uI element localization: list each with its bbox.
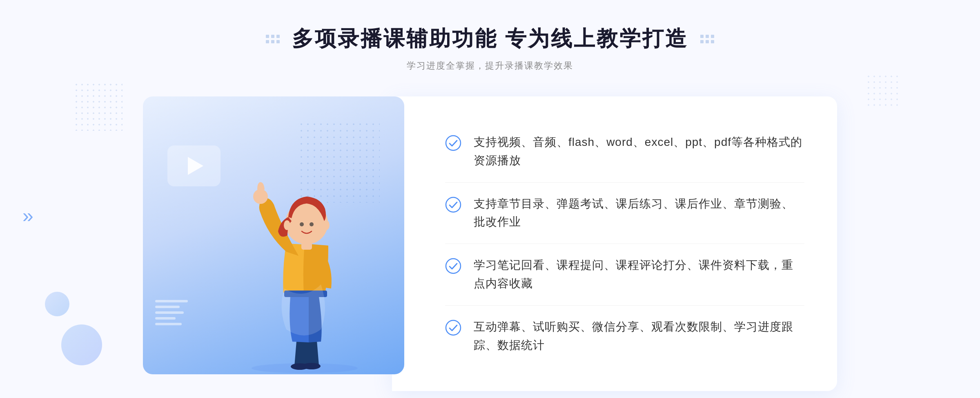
line	[155, 300, 188, 302]
check-icon-1	[445, 135, 461, 151]
svg-rect-9	[301, 241, 312, 250]
dot	[266, 35, 269, 38]
features-panel: 支持视频、音频、flash、word、excel、ppt、pdf等各种格式的资源…	[392, 96, 837, 391]
play-button-decoration	[167, 145, 220, 186]
decorative-circle-small	[45, 292, 69, 316]
dot	[706, 40, 709, 43]
feature-item-4: 互动弹幕、试听购买、微信分享、观看次数限制、学习进度跟踪、数据统计	[445, 306, 804, 367]
svg-point-14	[446, 320, 461, 335]
check-icon-4	[445, 320, 461, 336]
main-title: 多项录播课辅助功能 专为线上教学打造	[292, 25, 688, 53]
check-icon-3	[445, 258, 461, 274]
image-card-wrapper	[143, 96, 404, 391]
dot	[711, 35, 714, 38]
decorative-circle-large	[61, 324, 102, 365]
svg-point-6	[310, 222, 314, 226]
svg-point-13	[446, 259, 461, 273]
dot	[276, 40, 280, 43]
title-decorators: 多项录播课辅助功能 专为线上教学打造	[266, 25, 714, 53]
svg-point-8	[323, 220, 330, 230]
dot	[276, 35, 280, 38]
svg-point-7	[284, 220, 290, 230]
svg-point-3	[253, 189, 268, 204]
feature-text-3: 学习笔记回看、课程提问、课程评论打分、课件资料下载，重点内容收藏	[474, 256, 804, 293]
line	[155, 311, 184, 314]
feature-text-1: 支持视频、音频、flash、word、excel、ppt、pdf等各种格式的资源…	[474, 133, 804, 170]
content-area: 支持视频、音频、flash、word、excel、ppt、pdf等各种格式的资源…	[143, 96, 837, 391]
svg-point-2	[303, 363, 321, 369]
check-icon-2	[445, 197, 461, 213]
line	[155, 317, 176, 320]
dot	[700, 35, 704, 38]
title-dots-right	[700, 35, 714, 43]
dot	[711, 40, 714, 43]
svg-point-5	[300, 222, 304, 226]
decorative-dots-left	[74, 82, 122, 131]
dot	[266, 40, 269, 43]
dot	[700, 40, 704, 43]
dot	[271, 40, 274, 43]
feature-item-3: 学习笔记回看、课程提问、课程评论打分、课件资料下载，重点内容收藏	[445, 244, 804, 306]
image-card	[143, 96, 404, 374]
svg-point-12	[446, 197, 461, 212]
line	[155, 323, 182, 325]
decorative-arrow-left: »	[22, 204, 33, 227]
feature-item-2: 支持章节目录、弹题考试、课后练习、课后作业、章节测验、批改作业	[445, 183, 804, 244]
person-illustration	[227, 145, 382, 374]
line	[155, 306, 180, 308]
feature-text-2: 支持章节目录、弹题考试、课后练习、课后作业、章节测验、批改作业	[474, 195, 804, 232]
dot	[706, 35, 709, 38]
svg-point-11	[446, 136, 461, 150]
title-section: 多项录播课辅助功能 专为线上教学打造 学习进度全掌握，提升录播课教学效果	[266, 25, 714, 72]
title-dots-left	[266, 35, 280, 43]
decorative-dots-right	[866, 74, 898, 106]
dot	[271, 35, 274, 38]
card-decorative-lines	[155, 300, 188, 325]
page-container: » 多项录播课辅助功能 专为线上教学打造 学习进度全掌握，提升	[0, 0, 980, 398]
play-triangle-icon	[188, 157, 203, 175]
subtitle: 学习进度全掌握，提升录播课教学效果	[407, 60, 573, 72]
feature-item-1: 支持视频、音频、flash、word、excel、ppt、pdf等各种格式的资源…	[445, 121, 804, 183]
feature-text-4: 互动弹幕、试听购买、微信分享、观看次数限制、学习进度跟踪、数据统计	[474, 318, 804, 355]
